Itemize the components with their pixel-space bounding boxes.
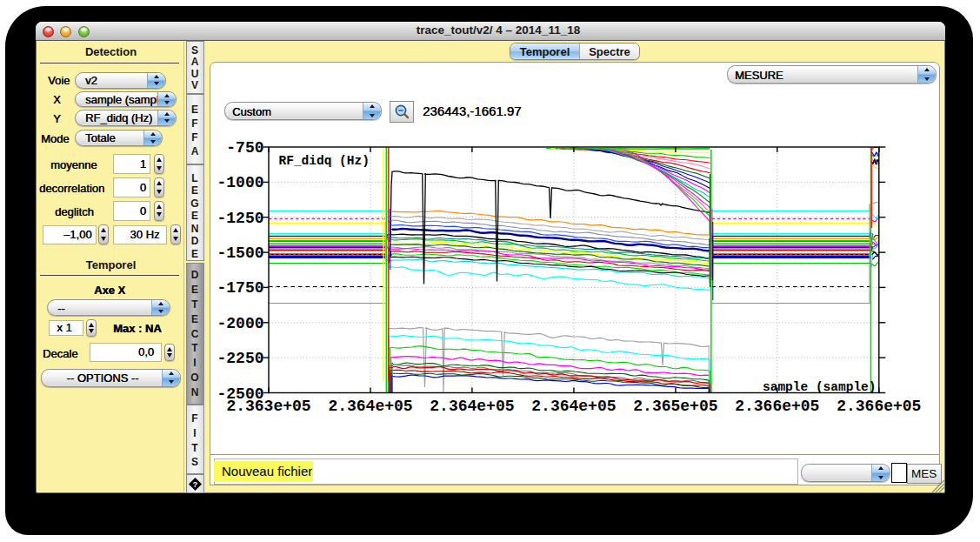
svg-text:sample (sample): sample (sample) bbox=[763, 380, 877, 394]
svg-text:2.365e+05: 2.365e+05 bbox=[633, 398, 717, 415]
svg-text:-750: -750 bbox=[226, 139, 263, 157]
svg-text:-1750: -1750 bbox=[217, 279, 263, 297]
svg-text:2.366e+05: 2.366e+05 bbox=[735, 398, 819, 415]
svg-text:2.364e+05: 2.364e+05 bbox=[430, 398, 514, 415]
svg-text:-1500: -1500 bbox=[217, 244, 263, 262]
svg-text:2.364e+05: 2.364e+05 bbox=[531, 398, 616, 415]
svg-text:-2250: -2250 bbox=[217, 350, 263, 367]
svg-text:-2000: -2000 bbox=[217, 315, 263, 332]
svg-text:-1250: -1250 bbox=[217, 210, 263, 227]
svg-text:RF_didq (Hz): RF_didq (Hz) bbox=[279, 154, 370, 168]
svg-text:2.364e+05: 2.364e+05 bbox=[328, 398, 412, 415]
svg-text:2.363e+05: 2.363e+05 bbox=[226, 398, 310, 415]
svg-text:-1000: -1000 bbox=[217, 174, 263, 191]
svg-text:2.366e+05: 2.366e+05 bbox=[837, 398, 921, 415]
